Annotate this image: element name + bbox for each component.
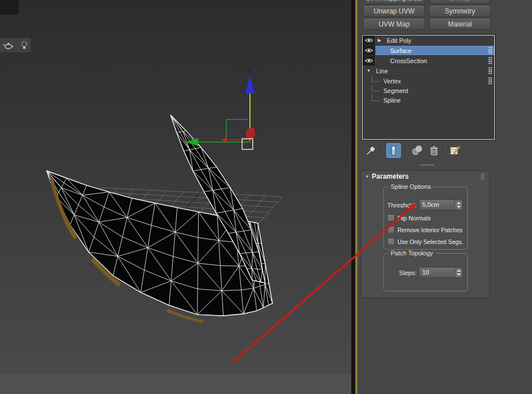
panel-resize-dots[interactable]: •••••• [421, 162, 435, 168]
symmetry-button[interactable]: Symmetry [429, 5, 491, 17]
checkbox-label: Flip Normals [397, 215, 431, 222]
stack-item-label: Surface [390, 47, 412, 54]
modifier-stack-list: ▶ Edit Poly Surface ⣿ CrossSection ⣿ ▼ L… [362, 35, 495, 140]
spline-options-group: Spline Options Threshold: 5,0cm Flip Nor… [383, 187, 468, 250]
checkbox-label: Use Only Selected Segs. [397, 238, 463, 245]
tree-branch-line [372, 95, 380, 101]
configure-modifier-sets-icon[interactable] [450, 145, 461, 156]
viewport-background [0, 0, 352, 394]
uvw-mapping-clear-button[interactable]: UVW Mapping Clear [363, 0, 425, 4]
spinner-arrows-icon[interactable] [454, 268, 462, 277]
unwrap-uvw-button[interactable]: Unwrap UVW [363, 5, 425, 17]
use-only-selected-segs-row: Use Only Selected Segs. [387, 238, 463, 245]
stack-item-label: Spline [383, 97, 401, 104]
viewport-label-box [0, 0, 19, 15]
drag-dots-icon[interactable]: ⣿ [488, 67, 492, 74]
stack-item-label: Vertex [383, 78, 401, 85]
remove-interior-patches-checkbox[interactable] [387, 226, 395, 233]
modifier-stack-toolbar [362, 142, 494, 159]
steps-spinner[interactable]: 10 [419, 267, 463, 278]
stack-item-label: Segment [383, 87, 408, 94]
stack-item-crosssection[interactable]: CrossSection ⣿ [363, 56, 494, 66]
light-bulb-icon[interactable] [20, 40, 29, 50]
patch-topology-group: Patch Topology Steps: 10 [383, 253, 468, 291]
uvw-map-button[interactable]: UVW Map [363, 18, 425, 30]
drag-dots-icon[interactable]: ⣿ [488, 56, 492, 64]
gizmo-z-label: Z [248, 68, 252, 74]
drag-dots-icon[interactable]: ⣿ [488, 77, 492, 85]
remove-modifier-trash-icon[interactable] [430, 145, 439, 156]
toolbar-separator [444, 145, 445, 156]
stack-item-line[interactable]: ▼ Line ⣿ [363, 66, 494, 76]
perspective-viewport[interactable]: Z [0, 0, 352, 394]
flip-normals-row: Flip Normals [387, 214, 431, 222]
viewport-canvas: Z [0, 0, 352, 394]
expand-arrow-icon[interactable]: ▶ [375, 38, 383, 43]
threshold-spinner[interactable]: 5,0cm [419, 200, 463, 210]
drag-dots-icon[interactable]: ⣿ [488, 46, 492, 54]
viewport-split-band [0, 374, 352, 394]
threshold-value[interactable]: 5,0cm [419, 200, 454, 210]
panel-splitter[interactable] [351, 0, 355, 394]
stack-item-edit-poly[interactable]: ▶ Edit Poly [363, 36, 494, 46]
group-title: Spline Options [388, 183, 433, 190]
material-button[interactable]: Material [429, 18, 491, 30]
collapse-arrow-icon[interactable]: ▼ [365, 68, 373, 73]
command-panel: UVW Mapping Clear Sweep Unwrap UVW Symme… [357, 0, 532, 394]
remove-interior-patches-row: Remove Interior Patches [387, 226, 463, 233]
group-title: Patch Topology [388, 250, 435, 256]
stack-item-surface[interactable]: Surface ⣿ [363, 46, 494, 56]
threshold-label: Threshold: [384, 202, 417, 209]
stack-item-label: CrossSection [390, 57, 427, 64]
parameters-rollout: ▾ Parameters ⣿ Spline Options Threshold:… [361, 170, 490, 298]
show-end-result-button[interactable] [386, 143, 401, 158]
stack-subitem-spline[interactable]: Spline [363, 95, 494, 105]
visibility-eye-icon[interactable] [363, 36, 375, 45]
rollout-title: Parameters [372, 172, 409, 180]
visibility-eye-icon[interactable] [363, 46, 375, 55]
stack-item-label: Line [376, 68, 388, 74]
use-only-selected-segs-checkbox[interactable] [387, 238, 395, 245]
make-unique-icon[interactable] [410, 145, 424, 156]
stack-subitem-vertex[interactable]: Vertex ⣿ [363, 76, 494, 86]
checkbox-label: Remove Interior Patches [397, 227, 463, 233]
toolbar-separator [405, 145, 406, 156]
stack-subitem-segment[interactable]: Segment [363, 86, 494, 95]
toolbar-separator [381, 145, 382, 156]
tree-branch-line [372, 76, 380, 82]
stack-item-label: Edit Poly [387, 37, 411, 44]
visibility-eye-icon[interactable] [363, 56, 375, 65]
spinner-arrows-icon[interactable] [454, 200, 462, 210]
flip-normals-checkbox[interactable] [387, 214, 395, 222]
rollout-collapse-icon: ▾ [366, 174, 369, 179]
pin-stack-icon[interactable] [365, 145, 377, 156]
rollout-drag-dots-icon[interactable]: ⣿ [480, 173, 485, 180]
viewport-mini-toolbar [0, 37, 32, 53]
sweep-button[interactable]: Sweep [429, 0, 491, 4]
steps-label: Steps: [384, 269, 417, 276]
rollout-header[interactable]: ▾ Parameters ⣿ [361, 171, 489, 182]
tree-branch-line [372, 86, 380, 91]
max-window: { "viewport": { "toolbar_icons": [ {"nam… [0, 0, 532, 394]
steps-value[interactable]: 10 [419, 268, 454, 277]
isolate-teapot-icon[interactable] [2, 41, 15, 50]
